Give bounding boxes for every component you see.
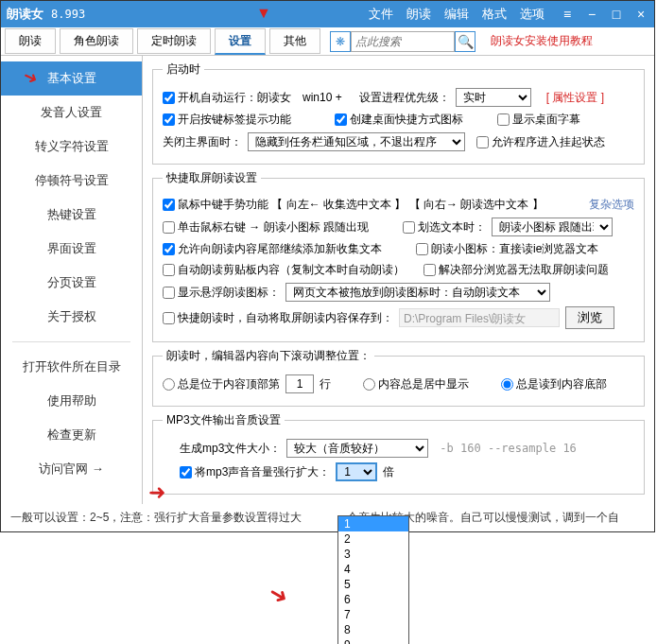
dropdown-option[interactable]: 5 xyxy=(338,577,408,592)
hover-checkbox[interactable]: 显示悬浮朗读图标： xyxy=(163,285,280,301)
browser-fix-checkbox[interactable]: 解决部分浏览器无法取屏朗读问题 xyxy=(424,262,609,278)
sidebar-item-help[interactable]: 使用帮助 xyxy=(1,384,142,418)
autorun-checkbox[interactable]: 开机自动运行：朗读女 win10 + xyxy=(163,90,342,106)
subtitle-checkbox[interactable]: 显示桌面字幕 xyxy=(497,112,580,128)
dropdown-option[interactable]: 3 xyxy=(338,547,408,562)
dropdown-option[interactable]: 1 xyxy=(338,516,408,531)
sidebar-item-pause[interactable]: 停顿符号设置 xyxy=(1,164,142,198)
sidebar-item-update[interactable]: 检查更新 xyxy=(1,418,142,452)
app-version: 8.993 xyxy=(51,8,85,21)
search-category-icon[interactable]: ❋ xyxy=(330,31,351,52)
sidebar-item-open-folder[interactable]: 打开软件所在目录 xyxy=(1,350,142,384)
priority-label: 设置进程优先级： xyxy=(359,90,450,106)
section-startup-legend: 启动时 xyxy=(163,61,204,78)
menu-options[interactable]: 选项 xyxy=(520,6,545,23)
dropdown-option[interactable]: 4 xyxy=(338,562,408,577)
tab-settings[interactable]: 设置 xyxy=(215,28,266,55)
save-path-field: D:\Program Files\朗读女\TTSini xyxy=(399,308,560,327)
fastread-save-checkbox[interactable]: 快捷朗读时，自动将取屏朗读内容保存到： xyxy=(163,310,393,326)
sidebar-item-basic[interactable]: 基本设置 xyxy=(1,61,142,96)
sidebar-item-site[interactable]: 访问官网 → xyxy=(1,452,142,486)
sidebar-item-about[interactable]: 关于授权 xyxy=(1,300,142,334)
dropdown-option[interactable]: 8 xyxy=(338,622,408,637)
mp3-amplify-select[interactable]: 1 xyxy=(336,462,377,481)
mp3-size-select[interactable]: 较大（音质较好） xyxy=(286,439,428,458)
desktop-shortcut-checkbox[interactable]: 创建桌面快捷方式图标 xyxy=(335,112,463,128)
close-icon[interactable]: × xyxy=(633,7,648,22)
sidebar-item-ui[interactable]: 界面设置 xyxy=(1,232,142,266)
tab-read[interactable]: 朗读 xyxy=(5,28,56,54)
menu-read[interactable]: 朗读 xyxy=(406,6,431,23)
tab-timer[interactable]: 定时朗读 xyxy=(137,28,211,54)
app-title: 朗读女 xyxy=(7,6,43,23)
select-text-select[interactable]: 朗读小图标 跟随出现 xyxy=(492,218,613,236)
smallicon-checkbox[interactable]: 朗读小图标：直接读ie浏览器文本 xyxy=(416,241,598,257)
clipboard-checkbox[interactable]: 自动朗读剪贴板内容（复制文本时自动朗读） xyxy=(163,262,405,278)
mp3-amplify-suffix: 倍 xyxy=(383,464,394,480)
section-screenread-legend: 快捷取屏朗读设置 xyxy=(163,170,261,186)
scroll-top-line-input[interactable] xyxy=(285,374,314,393)
hint-text: 一般可以设置：2~5，注意：强行扩大音量参数设置得过大 会产生比较大的噪音。自己… xyxy=(1,504,654,531)
mp3-cmd-text: -b 160 --resample 16 xyxy=(440,442,577,455)
browse-button[interactable]: 浏览 xyxy=(565,306,614,329)
annotation-arrow-icon: ➜ xyxy=(264,579,293,611)
dropdown-option[interactable]: 2 xyxy=(338,531,408,547)
search-input[interactable] xyxy=(351,31,455,52)
menu-edit[interactable]: 编辑 xyxy=(444,6,469,23)
sidebar-item-voice[interactable]: 发音人设置 xyxy=(1,96,142,130)
maximize-icon[interactable]: □ xyxy=(609,7,624,22)
mp3-size-label: 生成mp3文件大小： xyxy=(180,441,281,457)
tab-other[interactable]: 其他 xyxy=(269,28,320,54)
dropdown-option[interactable]: 7 xyxy=(338,607,408,622)
tab-role[interactable]: 角色朗读 xyxy=(60,28,133,54)
search-icon[interactable]: 🔍 xyxy=(455,31,475,52)
help-link[interactable]: 朗读女安装使用教程 xyxy=(491,33,593,49)
dropdown-option[interactable]: 9 xyxy=(338,637,408,644)
menubar: 文件 朗读 编辑 格式 选项 xyxy=(369,6,545,23)
annotation-arrow-icon: ▼ xyxy=(256,5,271,22)
attr-settings-link[interactable]: [ 属性设置 ] xyxy=(546,90,604,106)
menu-file[interactable]: 文件 xyxy=(369,6,393,23)
dropdown-option[interactable]: 6 xyxy=(338,592,408,607)
rightclick-checkbox[interactable]: 单击鼠标右键 → 朗读小图标 跟随出现 xyxy=(163,219,369,235)
section-mp3-legend: MP3文件输出音质设置 xyxy=(163,412,285,428)
complex-options-link[interactable]: 复杂选项 xyxy=(589,197,634,213)
sidebar-item-page[interactable]: 分页设置 xyxy=(1,266,142,300)
close-action-select[interactable]: 隐藏到任务栏通知区域，不退出程序 xyxy=(248,132,465,151)
middle-gesture-checkbox[interactable]: 鼠标中键手势功能 【 向左← 收集选中文本 】 【 向右→ 朗读选中文本 】 xyxy=(163,197,544,213)
scroll-center-radio[interactable]: 内容总是居中显示 xyxy=(363,376,469,392)
append-checkbox[interactable]: 允许向朗读内容尾部继续添加新收集文本 xyxy=(163,241,382,257)
scroll-bottom-radio[interactable]: 总是读到内容底部 xyxy=(501,376,607,392)
scroll-top-radio[interactable]: 总是位于内容顶部第 xyxy=(163,376,280,392)
sidebar-item-font[interactable]: 转义字符设置 xyxy=(1,130,142,164)
pin-icon[interactable]: ≡ xyxy=(560,7,575,22)
mp3-amplify-checkbox[interactable]: 将mp3声音音量强行扩大： xyxy=(180,464,330,480)
tooltip-checkbox[interactable]: 开启按键标签提示功能 xyxy=(163,112,291,128)
section-scroll-legend: 朗读时，编辑器内容向下滚动调整位置： xyxy=(163,348,374,364)
sidebar-item-hotkey[interactable]: 热键设置 xyxy=(1,198,142,232)
close-label: 关闭主界面时： xyxy=(163,134,242,150)
menu-format[interactable]: 格式 xyxy=(482,6,507,23)
minimize-icon[interactable]: − xyxy=(584,7,599,22)
annotation-arrow-icon: ➜ xyxy=(148,480,165,505)
priority-select[interactable]: 实时 xyxy=(456,88,531,107)
amplify-dropdown[interactable]: 1 2 3 4 5 6 7 8 9 10 xyxy=(337,515,409,644)
hover-action-select[interactable]: 网页文本被拖放到朗读图标时：自动朗读文本 xyxy=(285,283,550,302)
suspend-checkbox[interactable]: 允许程序进入挂起状态 xyxy=(476,134,605,150)
select-text-checkbox[interactable]: 划选文本时： xyxy=(403,219,486,235)
scroll-top-suffix: 行 xyxy=(320,376,331,392)
